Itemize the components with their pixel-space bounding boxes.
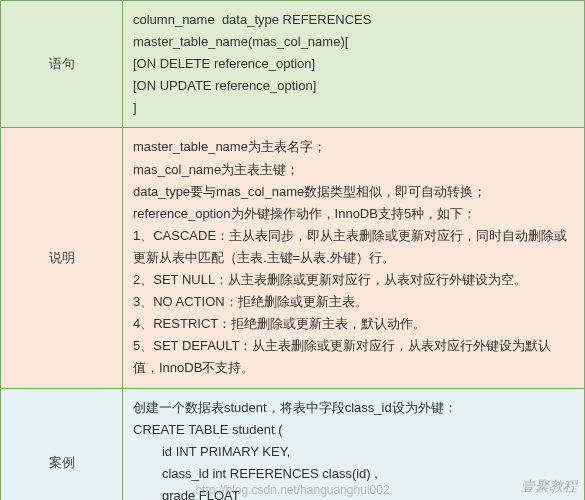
desc-line: 4、RESTRICT：拒绝删除或更新主表，默认动作。	[133, 313, 574, 335]
syntax-line: column_name data_type REFERENCES master_…	[133, 9, 574, 53]
case-line: grade FLOAT	[133, 485, 574, 500]
desc-line: mas_col_name为主表主键；	[133, 159, 574, 181]
row-description-content: master_table_name为主表名字； mas_col_name为主表主…	[123, 128, 585, 388]
row-syntax: 语句 column_name data_type REFERENCES mast…	[1, 1, 585, 128]
case-line: CREATE TABLE student (	[133, 419, 574, 441]
case-line: 创建一个数据表student，将表中字段class_id设为外键：	[133, 397, 574, 419]
desc-line: master_table_name为主表名字；	[133, 136, 574, 158]
case-line: class_id int REFERENCES class(id) ,	[133, 463, 574, 485]
row-description: 说明 master_table_name为主表名字； mas_col_name为…	[1, 128, 585, 388]
syntax-line: [ON UPDATE reference_option]	[133, 75, 574, 97]
desc-line: 5、SET DEFAULT：从主表删除或更新对应行，从表对应行外键设为默认值，I…	[133, 335, 574, 379]
row-case-label: 案例	[1, 388, 123, 500]
desc-line: 1、CASCADE：主从表同步，即从主表删除或更新对应行，同时自动删除或更新从表…	[133, 225, 574, 269]
row-description-label: 说明	[1, 128, 123, 388]
syntax-line: ]	[133, 97, 574, 119]
row-syntax-content: column_name data_type REFERENCES master_…	[123, 1, 585, 128]
desc-line: reference_option为外键操作动作，InnoDB支持5种，如下：	[133, 203, 574, 225]
row-case: 案例 创建一个数据表student，将表中字段class_id设为外键： CRE…	[1, 388, 585, 500]
desc-line: 3、NO ACTION：拒绝删除或更新主表。	[133, 291, 574, 313]
case-line: id INT PRIMARY KEY,	[133, 441, 574, 463]
row-syntax-label: 语句	[1, 1, 123, 128]
row-case-content: 创建一个数据表student，将表中字段class_id设为外键： CREATE…	[123, 388, 585, 500]
reference-table: 语句 column_name data_type REFERENCES mast…	[0, 0, 585, 500]
syntax-line: [ON DELETE reference_option]	[133, 53, 574, 75]
desc-line: 2、SET NULL：从主表删除或更新对应行，从表对应行外键设为空。	[133, 269, 574, 291]
desc-line: data_type要与mas_col_name数据类型相似，即可自动转换；	[133, 181, 574, 203]
